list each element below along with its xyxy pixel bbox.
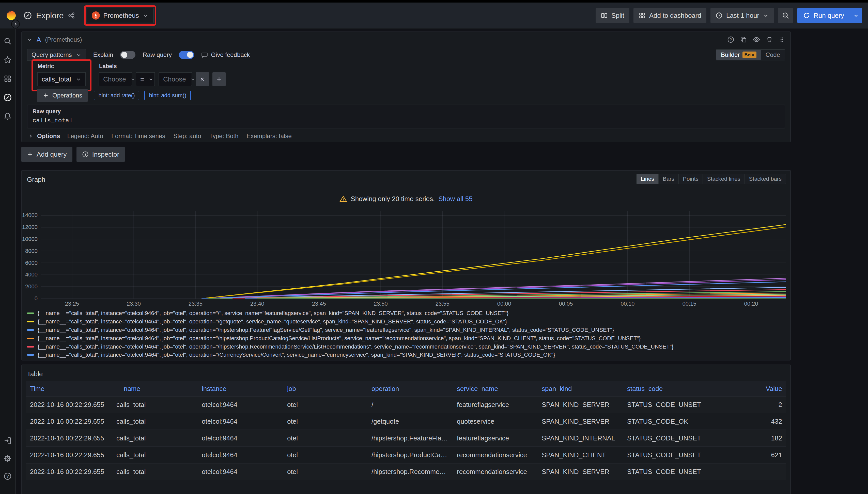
table-cell: STATUS_CODE_UNSET xyxy=(623,401,708,409)
sidebar-item-starred[interactable] xyxy=(1,54,14,66)
graph-mode-stacked-bars[interactable]: Stacked bars xyxy=(744,174,786,184)
table-row[interactable]: 2022-10-16 00:22:29.655calls_totalotelco… xyxy=(26,430,786,447)
sidebar-item-help[interactable]: ? xyxy=(1,470,14,482)
legend-item[interactable]: {__name__="calls_total", instance="otelc… xyxy=(27,326,787,334)
table-cell: /hipstershop.FeatureFlagService/GetFlag xyxy=(367,434,453,442)
code-mode-button[interactable]: Code xyxy=(761,50,785,60)
legend-item[interactable]: {__name__="calls_total", instance="otelc… xyxy=(27,359,787,360)
add-query-button[interactable]: Add query xyxy=(21,147,72,162)
metric-select-highlight: Metric calls_total xyxy=(32,59,91,91)
metric-select[interactable]: calls_total xyxy=(37,72,86,86)
operations-button[interactable]: Operations xyxy=(37,89,88,102)
y-tick-label: 0 xyxy=(35,295,38,302)
query-actions-row: Add query Inspector xyxy=(21,147,125,162)
toggle-knob xyxy=(187,52,193,58)
label-name-select[interactable]: Choose xyxy=(98,72,132,86)
builder-mode-button[interactable]: Builder Beta xyxy=(716,50,761,60)
time-range-picker[interactable]: Last 1 hour xyxy=(710,8,774,23)
add-label-filter-button[interactable] xyxy=(213,72,225,86)
chevron-down-icon xyxy=(853,13,859,19)
column-header[interactable]: job xyxy=(283,385,367,393)
table-cell: otelcol:9464 xyxy=(198,418,283,425)
sidebar-item-settings[interactable] xyxy=(1,452,14,464)
raw-query-toggle[interactable] xyxy=(179,51,194,59)
give-feedback-link[interactable]: Give feedback xyxy=(201,51,250,58)
toggle-knob xyxy=(121,52,127,58)
share-link-icon[interactable] xyxy=(68,12,75,19)
graph-mode-stacked-lines[interactable]: Stacked lines xyxy=(703,174,745,184)
chevron-down-icon xyxy=(143,13,149,19)
sidebar-item-search[interactable] xyxy=(1,35,14,47)
legend-item[interactable]: {__name__="calls_total", instance="otelc… xyxy=(27,351,787,359)
sidebar-item-sign-in[interactable] xyxy=(1,435,14,447)
table-row[interactable]: 2022-10-16 00:22:29.655calls_totalotelco… xyxy=(26,413,786,430)
collapse-chevron-icon[interactable] xyxy=(27,37,33,42)
chart-plot-area[interactable] xyxy=(41,211,786,299)
y-tick-label: 6000 xyxy=(25,260,38,267)
graph-mode-points[interactable]: Points xyxy=(679,174,703,184)
left-sidebar: ? xyxy=(0,29,16,494)
sidebar-item-explore[interactable] xyxy=(1,91,14,103)
add-to-dashboard-button[interactable]: Add to dashboard xyxy=(633,8,706,23)
options-row[interactable]: Options Legend: AutoFormat: Time seriesS… xyxy=(28,133,292,140)
drag-handle-icon[interactable] xyxy=(779,36,785,43)
column-header[interactable]: operation xyxy=(367,385,453,393)
table-row[interactable]: 2022-10-16 00:22:29.655calls_totalotelco… xyxy=(26,463,786,480)
y-tick-label: 8000 xyxy=(25,247,38,254)
remove-label-filter-button[interactable] xyxy=(196,72,209,86)
grafana-logo[interactable] xyxy=(6,11,16,21)
table-cell: 182 xyxy=(708,434,786,442)
column-header[interactable]: Time xyxy=(26,385,112,393)
run-query-dropdown[interactable] xyxy=(850,8,862,23)
table-cell: 621 xyxy=(708,451,786,459)
table-cell: STATUS_CODE_UNSET xyxy=(623,451,708,459)
table-row[interactable]: 2022-10-16 00:22:29.655calls_totalotelco… xyxy=(26,447,786,463)
table-cell: SPAN_KIND_SERVER xyxy=(538,468,623,476)
datasource-picker-highlight: Prometheus xyxy=(84,5,156,26)
clock-icon xyxy=(716,12,723,19)
sidebar-item-alerting[interactable] xyxy=(1,110,14,122)
editor-mode-toggle: Builder Beta Code xyxy=(716,49,785,60)
explain-toggle[interactable] xyxy=(120,51,135,59)
graph-mode-bars[interactable]: Bars xyxy=(658,174,679,184)
split-button[interactable]: Split xyxy=(596,8,629,23)
column-header[interactable]: service_name xyxy=(453,385,538,393)
remove-query-trash-icon[interactable] xyxy=(766,36,773,43)
x-tick-label: 23:30 xyxy=(122,301,146,307)
run-query-button[interactable]: Run query xyxy=(797,8,850,23)
label-value-select[interactable]: Choose xyxy=(159,72,192,86)
operations-row: Operations hint: add rate()hint: add sum… xyxy=(37,89,191,102)
column-header[interactable]: span_kind xyxy=(538,385,623,393)
label-operator-select[interactable]: = xyxy=(136,72,155,86)
column-header[interactable]: status_code xyxy=(623,385,708,393)
table-row[interactable]: 2022-10-16 00:22:29.655calls_totalotelco… xyxy=(26,397,786,413)
inspector-button[interactable]: Inspector xyxy=(76,147,125,162)
sign-in-icon xyxy=(3,437,12,445)
chevron-down-icon xyxy=(76,76,81,82)
zoom-out-time-button[interactable] xyxy=(778,8,793,23)
legend-item[interactable]: {__name__="calls_total", instance="otelc… xyxy=(27,318,787,326)
datasource-picker[interactable]: Prometheus xyxy=(87,8,154,23)
page-title: Explore xyxy=(36,11,64,20)
legend-item[interactable]: {__name__="calls_total", instance="otelc… xyxy=(27,334,787,342)
query-patterns-dropdown[interactable]: Query patterns xyxy=(27,49,86,61)
sidebar-expand-button[interactable] xyxy=(11,20,20,28)
hint-button[interactable]: hint: add rate() xyxy=(94,91,139,100)
legend-item[interactable]: {__name__="calls_total", instance="otelc… xyxy=(27,342,787,351)
query-help-icon[interactable]: ? xyxy=(727,36,734,43)
hint-button[interactable]: hint: add sum() xyxy=(144,91,191,100)
column-header[interactable]: instance xyxy=(198,385,283,393)
table-panel-title: Table xyxy=(27,370,43,378)
duplicate-query-icon[interactable] xyxy=(740,36,747,43)
x-tick-label: 23:25 xyxy=(60,301,84,307)
sidebar-item-dashboards[interactable] xyxy=(1,73,14,85)
column-header[interactable]: Value xyxy=(708,385,786,393)
column-header[interactable]: __name__ xyxy=(112,385,198,393)
query-row-header[interactable]: A (Prometheus) ? xyxy=(22,32,790,47)
graph-mode-lines[interactable]: Lines xyxy=(636,174,659,184)
hide-response-eye-icon[interactable] xyxy=(753,36,760,43)
graph-canvas xyxy=(41,211,786,299)
run-query-button-group: Run query xyxy=(797,8,862,23)
legend-item[interactable]: {__name__="calls_total", instance="otelc… xyxy=(27,309,787,318)
show-all-series-link[interactable]: Show all 55 xyxy=(438,195,472,203)
